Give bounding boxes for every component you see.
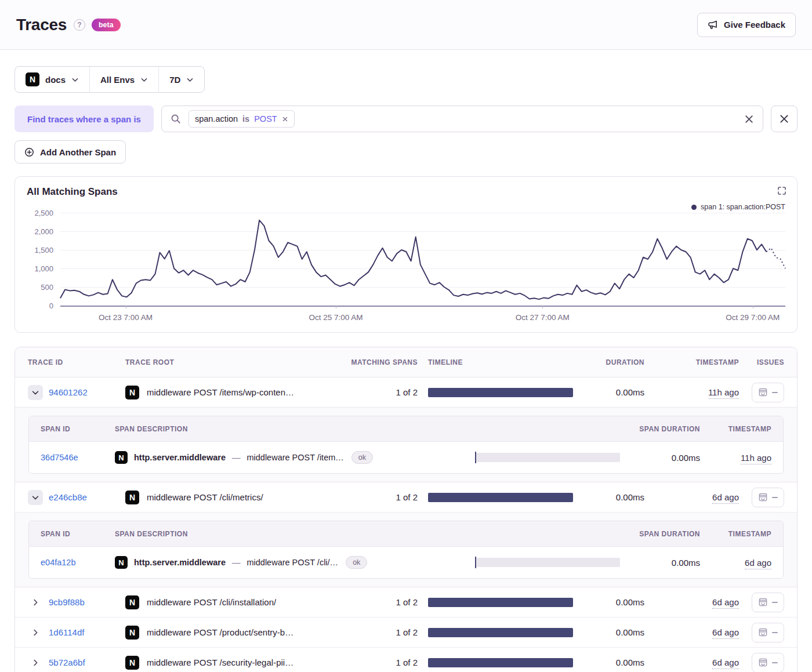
issues-button[interactable] xyxy=(752,488,784,507)
timestamp-link[interactable]: 6d ago xyxy=(712,658,739,669)
no-issues-dash xyxy=(772,392,778,393)
timeline-bar xyxy=(428,388,573,397)
x-axis-tick xyxy=(753,306,753,308)
clear-search-icon[interactable] xyxy=(744,114,754,124)
timestamp-link[interactable]: 11h ago xyxy=(741,453,771,464)
span-timeline-cell xyxy=(475,558,620,567)
issues-cell xyxy=(749,623,784,642)
matching-spans-panel: All Matching Spans span 1: span.action:P… xyxy=(14,176,798,333)
chart-plot[interactable] xyxy=(60,213,785,306)
span-timestamp-cell: 6d ago xyxy=(710,558,771,568)
token-operator: is xyxy=(242,114,249,123)
no-issues-dash xyxy=(772,632,778,633)
trace-id-link[interactable]: 9cb9f88b xyxy=(49,597,85,607)
megaphone-icon xyxy=(708,20,718,30)
trace-id-link[interactable]: 94601262 xyxy=(49,387,88,397)
timeline-bar xyxy=(428,493,573,502)
search-token[interactable]: span.action is POST xyxy=(188,110,295,128)
add-another-span-label: Add Another Span xyxy=(40,147,116,157)
span-timestamp-cell: 11h ago xyxy=(710,453,771,463)
plus-circle-icon xyxy=(24,147,34,157)
date-range-filter[interactable]: 7D xyxy=(158,67,204,92)
no-issues-dash xyxy=(772,497,778,498)
col-matching-spans: MATCHING SPANS xyxy=(336,358,418,366)
nextjs-icon: N xyxy=(125,626,139,640)
issues-button[interactable] xyxy=(752,623,784,642)
expanded-spans-section: SPAN IDSPAN DESCRIPTIONSPAN DURATIONTIME… xyxy=(15,513,797,587)
table-header-row: TRACE ID TRACE ROOT MATCHING SPANS TIMEL… xyxy=(15,347,797,377)
issues-icon xyxy=(758,658,768,667)
expand-row-button[interactable] xyxy=(28,625,43,640)
timestamp-link[interactable]: 6d ago xyxy=(745,558,771,569)
span-timeline-cell xyxy=(475,453,620,462)
col-span-timestamp: TIMESTAMP xyxy=(710,530,771,538)
issues-icon xyxy=(758,627,768,637)
timestamp-link[interactable]: 11h ago xyxy=(708,387,739,399)
remove-token-icon[interactable] xyxy=(282,116,288,122)
collapse-row-button[interactable] xyxy=(28,490,43,505)
span-query-row: Find traces where a span is span.action … xyxy=(14,106,798,132)
help-icon[interactable]: ? xyxy=(74,19,85,31)
span-operation: http.server.middleware xyxy=(134,558,226,567)
beta-badge: beta xyxy=(92,19,121,31)
y-axis-tick-label: 2,000 xyxy=(34,227,53,236)
main-content: N docs All Envs 7D Find traces where a s… xyxy=(0,50,812,672)
expand-row-button[interactable] xyxy=(28,655,43,670)
give-feedback-label: Give Feedback xyxy=(724,20,785,30)
project-filter-label: docs xyxy=(45,75,66,85)
table-body: 94601262Nmiddleware POST /items/wp-conte… xyxy=(15,377,797,672)
trace-search-input[interactable]: span.action is POST xyxy=(161,106,763,132)
span-id-link[interactable]: 36d7546e xyxy=(41,453,104,462)
chevron-right-icon xyxy=(31,629,39,637)
span-id-link[interactable]: e04fa12b xyxy=(41,558,104,567)
trace-id-link[interactable]: 1d6114df xyxy=(49,627,84,637)
date-range-label: 7D xyxy=(169,75,180,85)
timestamp-link[interactable]: 6d ago xyxy=(712,627,739,639)
issues-button[interactable] xyxy=(752,383,784,402)
timeline-bar xyxy=(428,658,573,667)
duration-cell: 0.00ms xyxy=(583,387,644,397)
trace-table-row[interactable]: e246cb8eNmiddleware POST /cli/metrics/1 … xyxy=(15,482,797,513)
timestamp-link[interactable]: 6d ago xyxy=(712,597,739,609)
issues-button[interactable] xyxy=(752,593,784,612)
separator-dash: — xyxy=(232,558,241,567)
remove-span-filter-button[interactable] xyxy=(771,106,798,132)
span-row[interactable]: 36d7546eNhttp.server.middleware—middlewa… xyxy=(29,442,783,473)
col-span-description: SPAN DESCRIPTION xyxy=(115,530,465,538)
chart-y-axis: 05001,0001,5002,0002,500 xyxy=(27,213,60,306)
trace-table-row[interactable]: 9cb9f88bNmiddleware POST /cli/installati… xyxy=(15,587,797,617)
y-axis-tick-label: 1,000 xyxy=(34,264,53,273)
traces-table: TRACE ID TRACE ROOT MATCHING SPANS TIMEL… xyxy=(14,347,798,672)
give-feedback-button[interactable]: Give Feedback xyxy=(697,13,796,37)
col-trace-root: TRACE ROOT xyxy=(125,358,326,366)
spans-subtable: SPAN IDSPAN DESCRIPTIONSPAN DURATIONTIME… xyxy=(28,416,784,474)
trace-id-link[interactable]: 5b72a6bf xyxy=(49,658,85,667)
find-traces-label: Find traces where a span is xyxy=(14,106,154,132)
expand-row-button[interactable] xyxy=(28,595,43,610)
timeline-cell xyxy=(428,493,573,502)
matching-spans-cell: 1 of 2 xyxy=(336,387,418,397)
collapse-row-button[interactable] xyxy=(28,385,43,400)
project-filter[interactable]: N docs xyxy=(15,67,89,92)
trace-root-cell: Nmiddleware POST /items/wp-conten… xyxy=(125,386,326,399)
nextjs-icon: N xyxy=(125,595,139,609)
page-header: Traces ? beta Give Feedback xyxy=(0,0,812,50)
trace-id-link[interactable]: e246cb8e xyxy=(49,492,87,502)
environment-filter[interactable]: All Envs xyxy=(89,67,158,92)
duration-cell: 0.00ms xyxy=(583,597,644,607)
trace-id-cell: 94601262 xyxy=(28,385,115,400)
trace-table-row[interactable]: 5b72a6bfNmiddleware POST /security-legal… xyxy=(15,648,797,672)
trace-table-row[interactable]: 1d6114dfNmiddleware POST /product/sentry… xyxy=(15,617,797,648)
span-row[interactable]: e04fa12bNhttp.server.middleware—middlewa… xyxy=(29,547,783,578)
nextjs-icon: N xyxy=(115,451,128,464)
span-description-cell: Nhttp.server.middleware—middleware POST … xyxy=(115,556,465,569)
issues-button[interactable] xyxy=(752,653,784,672)
trace-table-row[interactable]: 94601262Nmiddleware POST /items/wp-conte… xyxy=(15,377,797,408)
expand-chart-button[interactable] xyxy=(777,186,786,195)
add-another-span-button[interactable]: Add Another Span xyxy=(14,140,126,164)
timestamp-link[interactable]: 6d ago xyxy=(712,492,739,504)
span-description-text: middleware POST /cli/… xyxy=(246,558,338,567)
chart-legend: span 1: span.action:POST xyxy=(691,203,785,211)
span-timeline-bar xyxy=(475,453,620,462)
timestamp-cell: 6d ago xyxy=(655,627,739,637)
